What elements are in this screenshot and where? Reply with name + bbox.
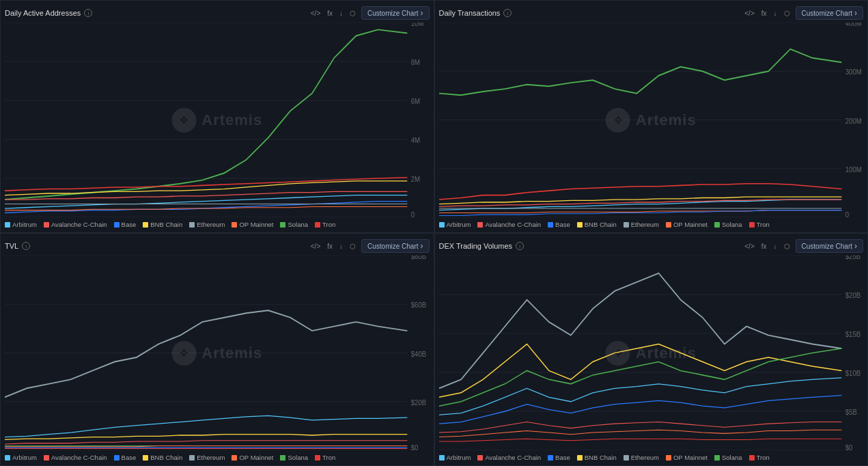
legend-item-base-1[interactable]: Base: [114, 221, 137, 228]
chart-panel-dex-trading: DEX Trading Volumes i </> fx ↓ ⬡ Customi…: [434, 233, 869, 466]
info-icon-4[interactable]: i: [516, 242, 524, 250]
customize-chart-btn-1[interactable]: Customize Chart: [361, 6, 429, 20]
legend-2: Arbitrum Avalanche C-Chain Base BNB Chai…: [439, 219, 864, 230]
svg-text:300M: 300M: [845, 68, 861, 77]
chart-title-3: TVL: [5, 242, 18, 250]
svg-text:2M: 2M: [411, 174, 420, 183]
svg-text:0: 0: [845, 210, 848, 217]
fx-icon-4[interactable]: fx: [760, 241, 768, 251]
customize-chart-btn-4[interactable]: Customize Chart: [796, 239, 863, 253]
code-icon-3[interactable]: </>: [309, 241, 322, 251]
svg-text:4M: 4M: [411, 135, 420, 144]
legend-item-solana-4[interactable]: Solana: [714, 454, 742, 461]
legend-item-avalanche-3[interactable]: Avalanche C-Chain: [44, 454, 107, 461]
legend-item-avalanche-4[interactable]: Avalanche C-Chain: [477, 454, 541, 461]
legend-4: Arbitrum Avalanche C-Chain Base BNB Chai…: [439, 452, 864, 463]
code-icon-2[interactable]: </>: [743, 8, 755, 18]
download-icon-4[interactable]: ↓: [772, 241, 779, 251]
svg-text:200M: 200M: [845, 116, 861, 125]
fx-icon-3[interactable]: fx: [326, 241, 334, 251]
svg-text:$5B: $5B: [845, 407, 856, 416]
chart-title-row-2: Daily Transactions i: [439, 9, 512, 17]
svg-text:$15B: $15B: [845, 329, 860, 338]
legend-item-bnb-1[interactable]: BNB Chain: [143, 221, 182, 228]
info-icon-3[interactable]: i: [22, 242, 30, 250]
svg-text:$10B: $10B: [845, 368, 860, 377]
legend-item-op-2[interactable]: OP Mainnet: [666, 221, 708, 228]
legend-item-solana-1[interactable]: Solana: [280, 221, 308, 228]
legend-item-tron-1[interactable]: Tron: [315, 221, 335, 228]
info-icon-2[interactable]: i: [503, 9, 512, 17]
chart-actions-2: </> fx ↓ ⬡ Customize Chart: [743, 6, 863, 20]
legend-item-eth-2[interactable]: Ethereum: [624, 221, 659, 228]
chart-svg-2: 400M 300M 200M 100M 0 Jan 1 Mar 11 May 2…: [439, 23, 864, 217]
chart-title-row-3: TVL i: [5, 242, 30, 250]
chart-title-row-4: DEX Trading Volumes i: [439, 242, 524, 250]
legend-item-tron-3[interactable]: Tron: [315, 454, 335, 461]
chart-actions-1: </> fx ↓ ⬡ Customize Chart: [309, 6, 430, 20]
legend-item-avalanche-2[interactable]: Avalanche C-Chain: [477, 221, 541, 228]
legend-item-solana-3[interactable]: Solana: [280, 454, 308, 461]
legend-item-base-4[interactable]: Base: [548, 454, 570, 461]
download-icon-2[interactable]: ↓: [772, 8, 779, 18]
legend-item-arbitrum-3[interactable]: Arbitrum: [5, 454, 37, 461]
legend-item-base-2[interactable]: Base: [548, 221, 570, 228]
legend-item-op-3[interactable]: OP Mainnet: [232, 454, 273, 461]
chart-area-4: ⟡ Artemis: [439, 256, 864, 450]
legend-1: Arbitrum Avalanche C-Chain Base BNB Chai…: [5, 219, 430, 230]
customize-chart-btn-2[interactable]: Customize Chart: [796, 6, 863, 20]
chart-panel-daily-transactions: Daily Transactions i </> fx ↓ ⬡ Customiz…: [434, 0, 869, 233]
code-icon-1[interactable]: </>: [309, 8, 322, 18]
chart-title-row-1: Daily Active Addresses i: [5, 9, 92, 17]
legend-item-bnb-2[interactable]: BNB Chain: [577, 221, 617, 228]
chart-svg-3: $80B $60B $40B $20B $0 Jan 1 Mar 11 May …: [5, 256, 430, 450]
chart-header-1: Daily Active Addresses i </> fx ↓ ⬡ Cust…: [5, 6, 430, 20]
svg-text:$60B: $60B: [411, 301, 427, 310]
download-icon-1[interactable]: ↓: [338, 8, 344, 18]
svg-text:6M: 6M: [411, 96, 420, 105]
download-icon-3[interactable]: ↓: [338, 241, 344, 251]
svg-text:0: 0: [411, 210, 415, 217]
legend-item-arbitrum-4[interactable]: Arbitrum: [439, 454, 471, 461]
customize-chart-btn-3[interactable]: Customize Chart: [361, 239, 429, 253]
svg-text:$25B: $25B: [845, 256, 860, 260]
svg-text:$20B: $20B: [411, 398, 427, 407]
camera-icon-3[interactable]: ⬡: [348, 241, 357, 251]
camera-icon-1[interactable]: ⬡: [348, 8, 357, 18]
camera-icon-2[interactable]: ⬡: [783, 8, 792, 18]
legend-item-eth-3[interactable]: Ethereum: [189, 454, 225, 461]
legend-item-op-4[interactable]: OP Mainnet: [666, 454, 708, 461]
legend-item-tron-4[interactable]: Tron: [749, 454, 770, 461]
chart-actions-3: </> fx ↓ ⬡ Customize Chart: [309, 239, 430, 253]
fx-icon-1[interactable]: fx: [326, 8, 334, 18]
legend-item-bnb-3[interactable]: BNB Chain: [143, 454, 182, 461]
legend-item-tron-2[interactable]: Tron: [749, 221, 770, 228]
chart-title-2: Daily Transactions: [439, 9, 501, 17]
legend-item-arbitrum-2[interactable]: Arbitrum: [439, 221, 471, 228]
legend-item-eth-4[interactable]: Ethereum: [624, 454, 659, 461]
legend-item-bnb-4[interactable]: BNB Chain: [577, 454, 617, 461]
dashboard-grid: Daily Active Addresses i </> fx ↓ ⬡ Cust…: [0, 0, 868, 466]
chart-header-3: TVL i </> fx ↓ ⬡ Customize Chart: [5, 239, 430, 253]
legend-item-op-1[interactable]: OP Mainnet: [232, 221, 273, 228]
info-icon-1[interactable]: i: [84, 9, 92, 17]
svg-text:$0: $0: [411, 443, 419, 450]
svg-text:100M: 100M: [845, 165, 861, 174]
legend-item-solana-2[interactable]: Solana: [714, 221, 742, 228]
legend-item-avalanche-1[interactable]: Avalanche C-Chain: [44, 221, 107, 228]
svg-text:$40B: $40B: [411, 349, 427, 358]
svg-text:8M: 8M: [411, 57, 420, 66]
chart-header-4: DEX Trading Volumes i </> fx ↓ ⬡ Customi…: [439, 239, 864, 253]
svg-text:10M: 10M: [411, 23, 424, 27]
chart-panel-tvl: TVL i </> fx ↓ ⬡ Customize Chart ⟡ Artem…: [0, 233, 434, 466]
code-icon-4[interactable]: </>: [743, 241, 755, 251]
legend-item-eth-1[interactable]: Ethereum: [189, 221, 225, 228]
svg-text:$20B: $20B: [845, 290, 860, 299]
legend-item-arbitrum-1[interactable]: Arbitrum: [5, 221, 37, 228]
legend-item-base-3[interactable]: Base: [114, 454, 137, 461]
chart-actions-4: </> fx ↓ ⬡ Customize Chart: [743, 239, 863, 253]
chart-header-2: Daily Transactions i </> fx ↓ ⬡ Customiz…: [439, 6, 864, 20]
camera-icon-4[interactable]: ⬡: [783, 241, 792, 251]
fx-icon-2[interactable]: fx: [760, 8, 768, 18]
chart-title-4: DEX Trading Volumes: [439, 242, 513, 250]
